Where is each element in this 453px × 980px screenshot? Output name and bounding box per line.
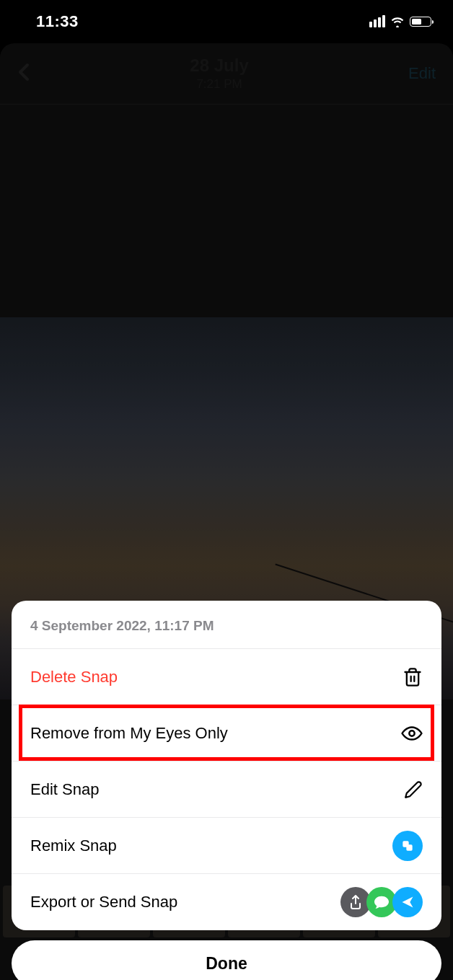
send-icon <box>392 887 423 917</box>
remix-icon <box>392 831 423 861</box>
remix-snap-row[interactable]: Remix Snap <box>12 818 441 874</box>
signal-icon <box>369 15 385 27</box>
export-send-label: Export or Send Snap <box>30 893 177 911</box>
trash-icon <box>403 667 423 687</box>
edit-snap-row[interactable]: Edit Snap <box>12 762 441 818</box>
done-button[interactable]: Done <box>12 940 441 980</box>
status-icons <box>369 15 431 27</box>
pencil-icon <box>404 780 423 799</box>
home-indicator[interactable] <box>162 969 291 973</box>
delete-snap-row[interactable]: Delete Snap <box>12 649 441 705</box>
app-content: 28 July 7:21 PM Edit 4 September 2022, 1… <box>0 43 453 980</box>
eye-icon <box>401 725 423 741</box>
battery-icon <box>410 17 431 27</box>
sheet-timestamp: 4 September 2022, 11:17 PM <box>12 601 441 649</box>
delete-snap-label: Delete Snap <box>30 668 118 687</box>
status-time: 11:33 <box>36 12 79 31</box>
edit-snap-label: Edit Snap <box>30 780 99 799</box>
remix-snap-label: Remix Snap <box>30 836 117 855</box>
export-icons-group <box>340 887 423 917</box>
export-send-row[interactable]: Export or Send Snap <box>12 874 441 930</box>
svg-point-0 <box>409 730 414 736</box>
remove-eyes-only-label: Remove from My Eyes Only <box>30 724 228 743</box>
svg-rect-2 <box>406 844 412 850</box>
action-sheet: 4 September 2022, 11:17 PM Delete Snap R… <box>12 601 441 930</box>
remove-eyes-only-row[interactable]: Remove from My Eyes Only <box>12 705 441 762</box>
wifi-icon <box>390 16 405 27</box>
status-bar: 11:33 <box>0 0 453 40</box>
